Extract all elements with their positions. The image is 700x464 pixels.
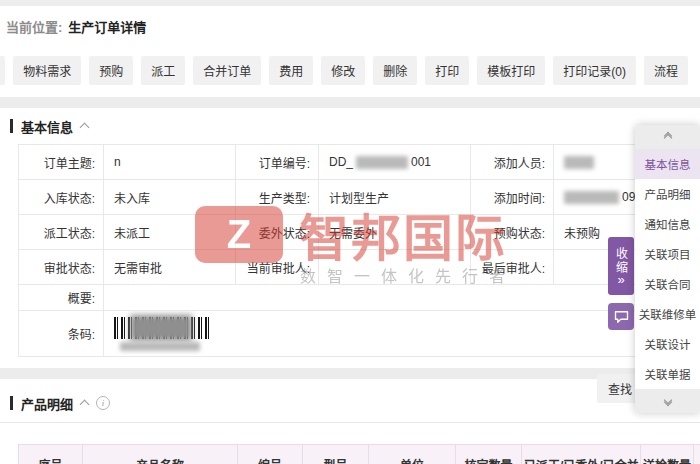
col-approved-qty: 核定数量 <box>456 445 522 464</box>
outsource-status-label: 委外状态: <box>236 215 319 250</box>
outsource-status-value: 无需委外 <box>319 215 471 250</box>
menu-item-related-repair[interactable]: 关联维修单 <box>635 299 700 329</box>
order-no-label: 订单编号: <box>236 145 319 180</box>
merge-order-button[interactable]: 合并订单 <box>193 56 261 85</box>
toolbar: 通知 物料需求 预购 派工 合并订单 费用 修改 删除 打印 模板打印 打印记录… <box>0 44 700 97</box>
redacted-added-by <box>564 156 594 169</box>
collapse-up-icon-2[interactable] <box>80 400 90 410</box>
order-no-suffix: 001 <box>411 155 431 169</box>
menu-item-related-project[interactable]: 关联项目 <box>635 239 700 269</box>
menu-item-related-contract[interactable]: 关联合同 <box>635 269 700 299</box>
redacted-order-no <box>356 156 408 169</box>
col-number: 编号 <box>238 445 303 464</box>
menu-item-related-design[interactable]: 关联设计 <box>635 329 700 359</box>
col-partial: 合 <box>694 445 700 464</box>
approval-status-value: 无需审批 <box>104 250 236 285</box>
redacted-barcode <box>130 315 192 341</box>
summary-label: 概要: <box>19 285 104 311</box>
dispatch-button[interactable]: 派工 <box>141 56 185 85</box>
divider-strip-2 <box>0 368 700 379</box>
breadcrumb-label: 当前位置: <box>6 17 62 36</box>
menu-item-related-doc[interactable]: 关联单据 <box>635 359 700 389</box>
basic-info-header: 基本信息 <box>0 108 700 135</box>
anchor-side-menu: 基本信息 产品明细 通知信息 关联项目 关联合同 关联维修单 关联设计 关联单据 <box>635 125 700 413</box>
edit-button[interactable]: 修改 <box>321 56 365 85</box>
stockin-status-label: 入库状态: <box>19 180 104 215</box>
prepurchase-status-label: 预购状态: <box>471 215 554 250</box>
order-subject-label: 订单主题: <box>19 145 104 180</box>
workflow-button[interactable]: 流程 <box>644 56 688 85</box>
double-arrow-right-icon: » <box>617 275 624 285</box>
redacted-barcode-text <box>120 342 200 351</box>
divider-strip <box>0 97 700 108</box>
col-dispatched-qty: 已派工/已委外/已合并 <box>522 445 641 464</box>
last-approver-label: 最后审批人: <box>471 250 554 285</box>
material-demand-button[interactable]: 物料需求 <box>13 56 81 85</box>
collapse-up-icon[interactable] <box>80 123 90 133</box>
barcode-block <box>114 317 209 351</box>
redacted-added-time <box>564 191 619 204</box>
order-subject-value: n <box>104 145 236 180</box>
notify-button[interactable]: 通知 <box>0 56 5 85</box>
barcode-label: 条码: <box>19 311 104 357</box>
current-approver-label: 当前审批人: <box>236 250 319 285</box>
dispatch-status-label: 派工状态: <box>19 215 104 250</box>
comment-button[interactable] <box>608 303 634 330</box>
production-type-value: 计划型生产 <box>319 180 471 215</box>
menu-scroll-up[interactable] <box>635 125 700 149</box>
basic-info-section: 基本信息 订单主题: n 订单编号: DD_ 001 添加人员: 入库状态: 未… <box>0 108 700 357</box>
expense-button[interactable]: 费用 <box>269 56 313 85</box>
section-marker-2 <box>10 396 13 410</box>
breadcrumb: 当前位置: 生产订单详情 <box>0 6 700 44</box>
stockin-status-value: 未入库 <box>104 180 236 215</box>
collapse-label: 收缩 <box>613 247 630 275</box>
menu-item-notify-info[interactable]: 通知信息 <box>635 209 700 239</box>
menu-scroll-down[interactable] <box>635 389 700 413</box>
product-detail-section: 产品明细 i 序号 产品名称 编号 型号 单位 核定数量 已派工/已委外/已合并… <box>0 379 700 464</box>
template-print-button[interactable]: 模板打印 <box>477 56 545 85</box>
dispatch-status-value: 未派工 <box>104 215 236 250</box>
prepurchase-button[interactable]: 预购 <box>89 56 133 85</box>
print-record-button[interactable]: 打印记录(0) <box>553 56 636 85</box>
added-by-label: 添加人员: <box>471 145 554 180</box>
col-seq: 序号 <box>19 445 83 464</box>
order-no-prefix: DD_ <box>329 155 353 169</box>
product-detail-header: 产品明细 i <box>0 379 700 413</box>
col-inspection-qty: 送检数量 <box>641 445 694 464</box>
production-type-label: 生产类型: <box>236 180 319 215</box>
product-table-header: 序号 产品名称 编号 型号 单位 核定数量 已派工/已委外/已合并 送检数量 合 <box>18 444 700 464</box>
current-approver-value <box>319 250 471 285</box>
added-time-label: 添加时间: <box>471 180 554 215</box>
basic-info-table: 订单主题: n 订单编号: DD_ 001 添加人员: 入库状态: 未入库 生产… <box>18 144 700 357</box>
barcode-image <box>114 317 209 339</box>
delete-button[interactable]: 删除 <box>373 56 417 85</box>
col-model: 型号 <box>303 445 369 464</box>
menu-item-basic-info[interactable]: 基本信息 <box>635 149 700 179</box>
section-marker <box>10 119 13 133</box>
col-unit: 单位 <box>369 445 456 464</box>
print-button[interactable]: 打印 <box>425 56 469 85</box>
chat-bubble-icon <box>614 310 629 324</box>
info-icon[interactable]: i <box>96 396 110 410</box>
collapse-panel-button[interactable]: 收缩 » <box>608 237 634 295</box>
page-title: 生产订单详情 <box>68 17 146 36</box>
menu-item-product-detail[interactable]: 产品明细 <box>635 179 700 209</box>
order-no-value: DD_ 001 <box>319 145 471 180</box>
header-divider-line <box>0 422 700 423</box>
approval-status-label: 审批状态: <box>19 250 104 285</box>
product-detail-title: 产品明细 <box>21 394 73 413</box>
col-product-name: 产品名称 <box>83 445 238 464</box>
basic-info-title: 基本信息 <box>21 117 73 136</box>
